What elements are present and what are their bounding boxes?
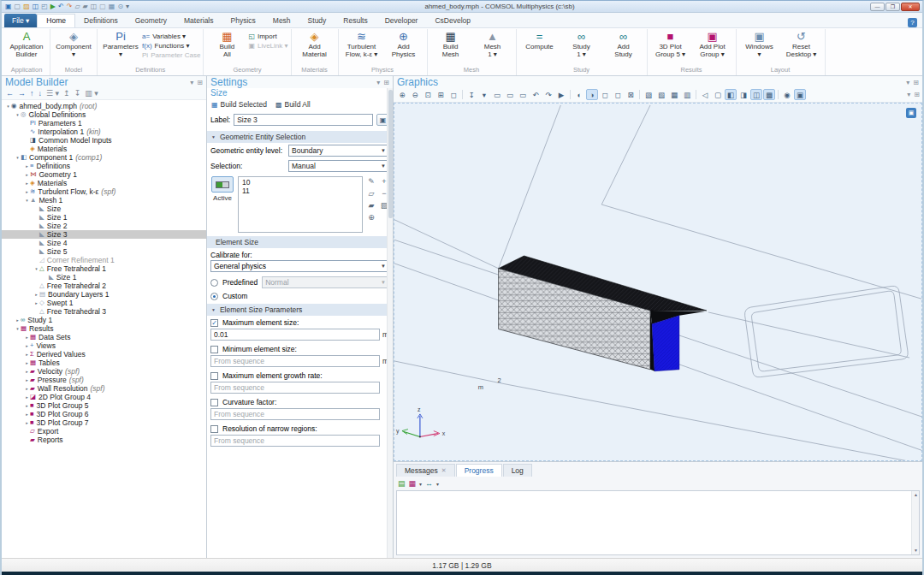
ribbon-tab-geometry[interactable]: Geometry [127, 15, 175, 27]
panel-dock-icon[interactable]: ⊞ [914, 91, 920, 98]
tree-item-reports[interactable]: ▰Reports [2, 436, 206, 444]
panel-dock-icon[interactable]: ⊞ [383, 79, 389, 86]
color-theme-icon[interactable]: ◑ [586, 89, 598, 100]
progress-scrollbar[interactable]: ▲ ▼ [911, 491, 919, 554]
tree-item-views[interactable]: ▸+Views [2, 341, 206, 350]
view-menu-arrow-icon[interactable]: ▾ [478, 89, 490, 100]
rotate-cw-icon[interactable]: ↷ [542, 89, 554, 100]
add-study-button[interactable]: ∞AddStudy [603, 29, 644, 58]
active-toggle-button[interactable] [211, 176, 234, 193]
section-geometric-entity-selection[interactable]: ▼ Geometric Entity Selection [207, 131, 393, 143]
disable-selection-icon[interactable]: ⊠ [625, 89, 637, 100]
collapsed-arrow-icon[interactable]: ▸ [24, 386, 30, 391]
show-menu-button[interactable]: ☰ ▾ [46, 89, 59, 98]
tree-item-3d-plot-group-7[interactable]: ▸■3D Plot Group 7 [2, 418, 206, 427]
calibrate-for-select[interactable]: General physics▼ [210, 260, 389, 272]
functions-button[interactable]: f(x)Functions ▾ [142, 42, 200, 50]
tree-item-free-tetrahedral-2[interactable]: △Free Tetrahedral 2 [2, 282, 206, 290]
fit-columns-arrow-icon[interactable]: ▾ [436, 481, 439, 487]
collapsed-arrow-icon[interactable]: ▸ [24, 163, 30, 169]
select-icon[interactable]: ◁ [699, 89, 711, 100]
paste-selection-button[interactable]: ▰ [369, 201, 375, 210]
panel-controls[interactable]: ▾⊞ [906, 79, 919, 86]
tree-item-tables[interactable]: ▸▦Tables [2, 359, 206, 367]
ribbon-tab-home[interactable]: Home [37, 14, 75, 27]
tree-item-size-4[interactable]: ◣Size 4 [2, 239, 206, 247]
plot-windows-icon[interactable]: ▩ [763, 89, 775, 100]
collapsed-arrow-icon[interactable]: ▸ [24, 172, 30, 177]
collapsed-arrow-icon[interactable]: ▸ [24, 377, 30, 382]
tree-item-size-3[interactable]: ◣Size 3 [2, 230, 206, 239]
tree-item-parameters-1[interactable]: PiParameters 1 [2, 119, 206, 127]
expanded-arrow-icon[interactable]: ▾ [24, 198, 30, 203]
panel-menu-icon[interactable]: ▾ [190, 79, 193, 86]
param-input[interactable] [210, 408, 380, 420]
tree-item-results[interactable]: ▾▦Results [2, 324, 206, 333]
tree-item-materials[interactable]: ▸◈Materials [2, 179, 206, 187]
selection-list-item[interactable]: 11 [242, 187, 358, 195]
model-manager-icon[interactable]: ▦ [109, 3, 116, 10]
build-mesh-button[interactable]: ▦BuildMesh [430, 29, 471, 58]
file-menu-button[interactable]: File ▾ [4, 14, 37, 27]
param-input[interactable] [210, 355, 380, 367]
tab-log[interactable]: Log [503, 464, 532, 477]
panel-controls[interactable]: ▾⊞ [190, 79, 203, 86]
compute-button[interactable]: =Compute [519, 29, 560, 50]
restore-button[interactable]: ❐ [886, 3, 900, 11]
dock-float-icon[interactable]: ◫ [750, 89, 762, 100]
component-button[interactable]: ◈Component▾ [53, 29, 94, 58]
tree-item-size-5[interactable]: ◣Size 5 [2, 247, 206, 256]
scroll-down-icon[interactable]: ▼ [912, 547, 920, 554]
collapsed-arrow-icon[interactable]: ▸ [24, 394, 30, 400]
expanded-arrow-icon[interactable]: ▾ [15, 326, 21, 331]
viewport-hide-button[interactable]: ▣ [906, 108, 916, 118]
application-builder-button[interactable]: AApplicationBuilder [6, 29, 47, 58]
expanded-arrow-icon[interactable]: ▾ [15, 112, 21, 117]
add-physics-button[interactable]: ⊕AddPhysics [383, 29, 424, 58]
tab-progress[interactable]: Progress [456, 464, 502, 477]
panel-controls[interactable]: ▾⊞ [376, 79, 389, 86]
plot-group-5-button[interactable]: ■3D PlotGroup 5 ▾ [650, 29, 691, 58]
table-format-button[interactable]: ▦ [409, 479, 417, 488]
save-file-icon[interactable]: ◫ [33, 3, 39, 10]
collapsed-arrow-icon[interactable]: ▸ [24, 403, 30, 408]
tree-item-mesh-1[interactable]: ▾▲Mesh 1 [2, 196, 206, 205]
tree-item-export[interactable]: ▱Export [2, 427, 206, 436]
collapsed-arrow-icon[interactable]: ▸ [24, 343, 30, 348]
checkbox-unchecked[interactable] [210, 346, 218, 353]
clear-log-button[interactable]: ▤ [398, 479, 406, 488]
collapsed-arrow-icon[interactable]: ▸ [15, 317, 21, 323]
tree-item-component-1[interactable]: ▾◧Component 1(comp1) [2, 153, 206, 162]
ribbon-tab-developer[interactable]: Developer [376, 15, 427, 27]
zoom-in-icon[interactable]: ⊕ [396, 89, 408, 100]
selection-select[interactable]: Manual▼ [288, 160, 389, 172]
add-to-selection-button[interactable]: + [382, 177, 386, 186]
panel-menu-icon[interactable]: ▾ [906, 79, 909, 86]
lock-view-icon[interactable]: ▣ [794, 89, 806, 100]
go-to-xy-view-icon[interactable]: ▭ [491, 89, 503, 100]
section-element-size[interactable]: Element Size [207, 236, 393, 248]
new-file-icon[interactable]: ▢ [15, 3, 21, 10]
tree-item-size-2[interactable]: ◣Size 2 [2, 222, 206, 230]
collapsed-arrow-icon[interactable]: ▸ [24, 369, 30, 374]
collapsed-arrow-icon[interactable]: ▸ [24, 181, 30, 186]
selection-list-item[interactable]: 10 [242, 178, 358, 187]
collapsed-arrow-icon[interactable]: ▸ [24, 352, 30, 357]
copy-selection-button[interactable]: ▱ [369, 189, 375, 198]
box-select-icon[interactable]: ▢ [712, 89, 724, 100]
expanded-arrow-icon[interactable]: ▾ [33, 266, 39, 271]
ribbon-tab-materials[interactable]: Materials [175, 15, 222, 27]
build-selected-button[interactable]: ▦Build Selected [211, 100, 267, 109]
tree-item-data-sets[interactable]: ▸▦Data Sets [2, 333, 206, 341]
tree-item-ahmed-body-mph[interactable]: ▾◉ahmed_body.mph(root) [2, 102, 206, 110]
zoom-out-icon[interactable]: ⊖ [409, 89, 421, 100]
tree-item-materials[interactable]: ◈Materials [2, 145, 206, 153]
tree-item-2d-plot-group-4[interactable]: ▸◪2D Plot Group 4 [2, 393, 206, 401]
collapsed-arrow-icon[interactable]: ▸ [24, 335, 30, 340]
variables-button[interactable]: a=Variables ▾ [142, 33, 200, 40]
remove-from-selection-button[interactable]: − [382, 189, 386, 198]
checkbox-unchecked[interactable] [210, 425, 218, 433]
move-down-button[interactable]: ↓ [38, 89, 43, 98]
search-icon[interactable]: ⊙ [117, 3, 123, 10]
save-recovery-icon[interactable]: ◰ [41, 3, 48, 10]
